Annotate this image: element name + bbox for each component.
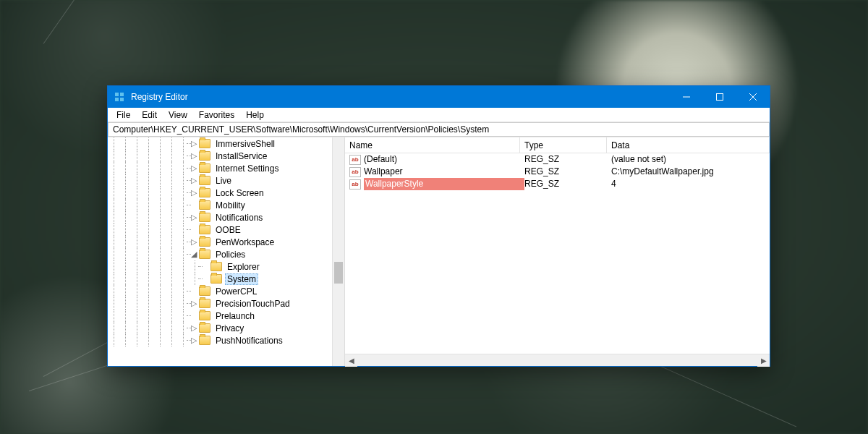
- scroll-left-icon[interactable]: ◀: [345, 354, 357, 367]
- expander-icon[interactable]: ▷: [189, 137, 199, 150]
- folder-icon: [199, 200, 210, 210]
- tree-item[interactable]: ▷Privacy: [108, 322, 332, 334]
- key-tree[interactable]: ▷ImmersiveShell▷InstallService▷Internet …: [108, 137, 332, 366]
- expander-icon[interactable]: ▷: [189, 150, 199, 162]
- folder-icon: [199, 237, 210, 247]
- value-data: (value not set): [611, 153, 770, 166]
- tree-item-label: PowerCPL: [213, 286, 259, 297]
- tree-item[interactable]: ▷InstallService: [108, 150, 332, 162]
- tree-item[interactable]: OOBE: [108, 224, 332, 236]
- tree-scrollbar[interactable]: [332, 137, 344, 366]
- tree-item[interactable]: PowerCPL: [108, 285, 332, 297]
- tree-item[interactable]: ▷PushNotifications: [108, 334, 332, 346]
- tree-item[interactable]: ▷PrecisionTouchPad: [108, 297, 332, 310]
- tree-item[interactable]: ▷Lock Screen: [108, 187, 332, 199]
- value-row[interactable]: abWallpaperREG_SZC:\myDefaultWallpaper.j…: [345, 166, 770, 178]
- tree-item-label: Explorer: [225, 262, 262, 272]
- address-bar[interactable]: Computer\HKEY_CURRENT_USER\Software\Micr…: [108, 122, 770, 137]
- regedit-icon: [114, 91, 125, 103]
- folder-icon: [210, 274, 222, 284]
- tree-item-label: OOBE: [213, 225, 243, 235]
- folder-icon: [199, 336, 210, 345]
- svg-rect-5: [717, 94, 723, 101]
- value-type: REG_SZ: [524, 166, 611, 178]
- scrollbar-thumb[interactable]: [334, 262, 343, 284]
- values-hscrollbar[interactable]: ◀ ▶: [345, 354, 770, 366]
- folder-icon: [199, 299, 210, 308]
- menu-help[interactable]: Help: [240, 109, 270, 122]
- expander-icon[interactable]: [189, 310, 199, 322]
- folder-icon: [210, 262, 222, 271]
- minimize-button[interactable]: [670, 86, 703, 108]
- svg-rect-0: [115, 93, 119, 96]
- menu-view[interactable]: View: [163, 109, 193, 122]
- folder-icon: [199, 250, 210, 259]
- menubar: File Edit View Favorites Help: [108, 108, 770, 122]
- folder-icon: [199, 163, 210, 173]
- tree-item[interactable]: ▷Live: [108, 174, 332, 187]
- close-button[interactable]: [736, 86, 770, 108]
- tree-item-label: Live: [213, 176, 234, 186]
- tree-item-label: Notifications: [213, 213, 265, 223]
- tree-item[interactable]: ▷ImmersiveShell: [108, 137, 332, 150]
- expander-icon[interactable]: ▷: [189, 187, 199, 199]
- menu-favorites[interactable]: Favorites: [193, 109, 240, 122]
- tree-item[interactable]: Explorer: [108, 260, 332, 273]
- tree-item[interactable]: ▷Notifications: [108, 211, 332, 224]
- column-name[interactable]: Name: [345, 137, 520, 153]
- tree-item[interactable]: ▷PenWorkspace: [108, 236, 332, 248]
- expander-icon[interactable]: ▷: [189, 211, 199, 224]
- tree-item[interactable]: ▷Internet Settings: [108, 162, 332, 174]
- svg-rect-1: [120, 93, 124, 96]
- tree-item-label: Prelaunch: [213, 311, 257, 321]
- string-value-icon: ab: [349, 155, 361, 165]
- tree-item[interactable]: Mobility: [108, 199, 332, 211]
- window-title: Registry Editor: [131, 92, 188, 102]
- expander-icon[interactable]: ▷: [189, 174, 199, 187]
- column-data[interactable]: Data: [607, 137, 770, 153]
- maximize-button[interactable]: [703, 86, 736, 108]
- titlebar[interactable]: Registry Editor: [108, 86, 770, 108]
- tree-item[interactable]: Prelaunch: [108, 310, 332, 322]
- values-header: Name Type Data: [345, 137, 770, 153]
- tree-item-label: System: [225, 273, 258, 285]
- tree-item[interactable]: System: [108, 273, 332, 285]
- column-type[interactable]: Type: [520, 137, 607, 153]
- expander-icon[interactable]: [189, 199, 199, 211]
- expander-icon[interactable]: ◢: [189, 248, 199, 260]
- menu-file[interactable]: File: [111, 109, 136, 122]
- tree-item-label: PushNotifications: [213, 336, 285, 346]
- menu-edit[interactable]: Edit: [136, 109, 163, 122]
- tree-item-label: Privacy: [213, 323, 246, 333]
- tree-pane: ▷ImmersiveShell▷InstallService▷Internet …: [108, 137, 345, 366]
- expander-icon[interactable]: ▷: [189, 297, 199, 310]
- expander-icon[interactable]: ▷: [189, 236, 199, 248]
- value-row[interactable]: abWallpaperStyleREG_SZ4: [345, 178, 770, 190]
- value-row[interactable]: ab(Default)REG_SZ(value not set): [345, 153, 770, 166]
- scroll-right-icon[interactable]: ▶: [757, 354, 770, 367]
- folder-icon: [199, 176, 210, 185]
- folder-icon: [199, 151, 210, 161]
- registry-editor-window: Registry Editor File Edit View Favorites…: [107, 85, 770, 367]
- folder-icon: [199, 139, 210, 148]
- tree-item-label: Mobility: [213, 200, 247, 210]
- values-list[interactable]: ab(Default)REG_SZ(value not set)abWallpa…: [345, 153, 770, 354]
- svg-rect-3: [120, 98, 124, 101]
- values-pane: Name Type Data ab(Default)REG_SZ(value n…: [345, 137, 770, 366]
- expander-icon[interactable]: ▷: [189, 162, 199, 174]
- content-area: ▷ImmersiveShell▷InstallService▷Internet …: [108, 137, 770, 366]
- expander-icon[interactable]: [200, 273, 210, 285]
- tree-item-label: ImmersiveShell: [213, 139, 277, 149]
- folder-icon: [199, 323, 210, 333]
- expander-icon[interactable]: [189, 285, 199, 297]
- tree-item-label: Internet Settings: [213, 163, 281, 174]
- tree-item[interactable]: ◢Policies: [108, 248, 332, 260]
- value-type: REG_SZ: [524, 153, 611, 166]
- tree-item-label: Policies: [213, 250, 247, 260]
- value-name: Wallpaper: [364, 166, 524, 178]
- expander-icon[interactable]: [200, 260, 210, 273]
- expander-icon[interactable]: ▷: [189, 322, 199, 334]
- value-name: (Default): [364, 153, 524, 166]
- expander-icon[interactable]: ▷: [189, 334, 199, 346]
- expander-icon[interactable]: [189, 224, 199, 236]
